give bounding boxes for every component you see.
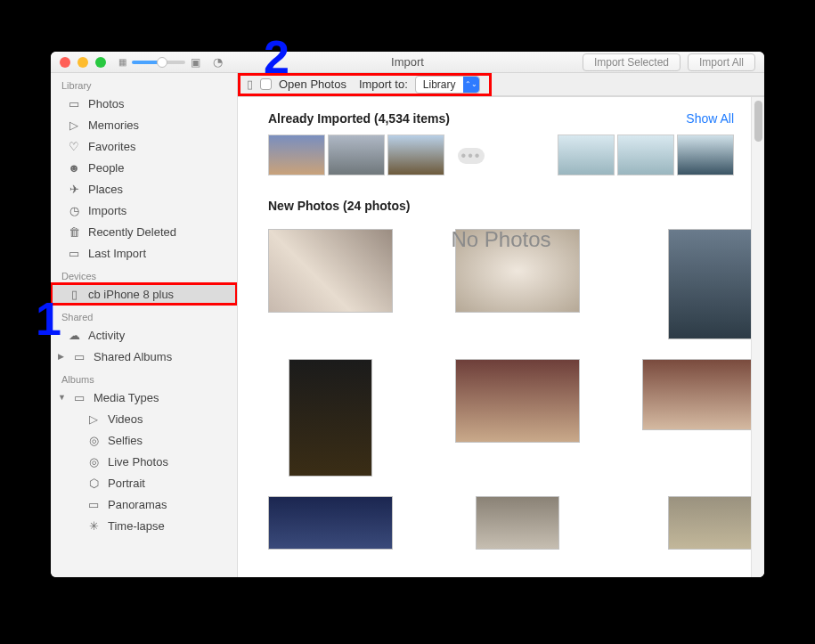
clock-icon: ◷ — [67, 203, 81, 217]
camera-icon: ◎ — [86, 433, 101, 447]
sidebar-section-devices: Devices — [51, 264, 237, 283]
video-icon: ▷ — [86, 412, 101, 426]
minimize-icon[interactable] — [77, 57, 88, 68]
sidebar-item-videos[interactable]: ▷Videos — [51, 408, 237, 429]
titlebar: ▦ ▣ ◔ Import Import Selected Import All — [51, 52, 764, 73]
zoom-slider[interactable] — [132, 61, 185, 64]
imported-thumb[interactable] — [328, 135, 385, 175]
folder-icon: ▭ — [72, 390, 86, 404]
zoom-icon[interactable] — [95, 57, 106, 68]
device-phone-icon: ▯ — [247, 77, 253, 91]
main-content: ▯ Open Photos Import to: Library ⌃⌄ Alre… — [238, 73, 764, 577]
imported-thumb[interactable] — [387, 135, 444, 175]
imported-thumb[interactable] — [677, 135, 734, 175]
sidebar-item-shared-albums[interactable]: ▶▭Shared Albums — [51, 346, 237, 367]
sidebar-item-live-photos[interactable]: ◎Live Photos — [51, 451, 237, 472]
sidebar-item-last-import[interactable]: ▭Last Import — [51, 242, 237, 264]
imported-thumb[interactable] — [268, 135, 325, 175]
sidebar-item-panoramas[interactable]: ▭Panoramas — [51, 493, 237, 515]
imported-thumb[interactable] — [617, 135, 674, 175]
chevron-updown-icon: ⌃⌄ — [463, 77, 479, 93]
window-controls — [51, 57, 106, 68]
options-bar-wrap: ▯ Open Photos Import to: Library ⌃⌄ — [238, 73, 764, 97]
already-imported-strip: ••• — [268, 135, 734, 177]
sidebar-item-memories[interactable]: ▷Memories — [51, 114, 237, 135]
content-scroll[interactable]: Already Imported (4,534 items) Show All … — [238, 97, 764, 577]
sidebar-item-photos[interactable]: ▭Photos — [51, 93, 237, 114]
import-icon: ▭ — [67, 246, 81, 260]
album-icon: ▭ — [72, 349, 86, 363]
live-icon: ◎ — [86, 454, 101, 469]
import-to-label: Import to: — [359, 77, 408, 91]
photo-thumb[interactable] — [289, 359, 372, 477]
imported-thumb[interactable] — [558, 135, 615, 175]
sidebar-item-portrait[interactable]: ⬡Portrait — [51, 472, 237, 493]
zoom-slider-group: ▦ ▣ ◔ — [118, 55, 223, 69]
disclosure-triangle-icon[interactable]: ▼ — [58, 393, 65, 402]
show-all-link[interactable]: Show All — [686, 111, 734, 126]
sidebar-item-media-types[interactable]: ▼▭Media Types — [51, 387, 237, 408]
sidebar-section-shared: Shared — [51, 305, 237, 324]
sidebar: Library ▭Photos ▷Memories ♡Favorites ☻Pe… — [51, 73, 238, 577]
close-icon[interactable] — [60, 57, 70, 68]
grid-large-icon: ▣ — [191, 56, 200, 69]
grid-small-icon: ▦ — [118, 57, 126, 67]
sidebar-item-people[interactable]: ☻People — [51, 157, 237, 178]
sidebar-item-activity[interactable]: ☁Activity — [51, 324, 237, 346]
photo-thumb[interactable] — [476, 496, 559, 550]
panorama-icon: ▭ — [86, 497, 101, 511]
sidebar-item-favorites[interactable]: ♡Favorites — [51, 135, 237, 157]
photos-icon: ▭ — [67, 96, 81, 110]
already-imported-heading: Already Imported (4,534 items) — [268, 111, 450, 126]
timelapse-icon: ✳ — [86, 518, 101, 533]
open-photos-checkbox[interactable] — [260, 78, 272, 90]
sidebar-item-timelapse[interactable]: ✳Time-lapse — [51, 515, 237, 536]
new-photos-heading: New Photos (24 photos) — [268, 199, 734, 213]
scrollbar-thumb[interactable] — [754, 101, 762, 142]
sidebar-section-albums: Albums — [51, 367, 237, 387]
sidebar-item-selfies[interactable]: ◎Selfies — [51, 429, 237, 451]
sidebar-item-recently-deleted[interactable]: 🗑Recently Deleted — [51, 221, 237, 242]
pin-icon: ✈ — [67, 182, 81, 196]
import-selected-button[interactable]: Import Selected — [583, 53, 681, 71]
new-photos-grid — [268, 229, 734, 550]
photo-thumb[interactable] — [642, 359, 764, 430]
import-all-button[interactable]: Import All — [688, 53, 755, 71]
more-icon[interactable]: ••• — [458, 148, 485, 164]
sidebar-item-imports[interactable]: ◷Imports — [51, 200, 237, 221]
photos-window: ▦ ▣ ◔ Import Import Selected Import All … — [51, 52, 764, 577]
open-photos-label: Open Photos — [279, 77, 346, 91]
sidebar-item-device[interactable]: ▯cb iPhone 8 plus — [51, 283, 237, 305]
cloud-icon: ☁ — [67, 328, 81, 342]
disclosure-triangle-icon[interactable]: ▶ — [58, 352, 65, 361]
photo-thumb[interactable] — [668, 496, 752, 550]
photo-thumb[interactable] — [268, 496, 393, 550]
filter-icon[interactable]: ◔ — [213, 55, 223, 69]
vertical-scrollbar[interactable] — [751, 97, 764, 577]
import-to-select[interactable]: Library ⌃⌄ — [415, 76, 480, 94]
photo-thumb[interactable] — [455, 359, 580, 443]
people-icon: ☻ — [67, 160, 81, 175]
phone-icon: ▯ — [67, 287, 81, 301]
memories-icon: ▷ — [67, 118, 81, 132]
sidebar-item-places[interactable]: ✈Places — [51, 178, 237, 200]
no-photos-label: No Photos — [238, 227, 764, 252]
heart-icon: ♡ — [67, 139, 81, 153]
options-bar: ▯ Open Photos Import to: Library ⌃⌄ — [238, 73, 492, 96]
sidebar-section-library: Library — [51, 73, 237, 93]
portrait-icon: ⬡ — [86, 476, 101, 490]
trash-icon: 🗑 — [67, 224, 81, 239]
